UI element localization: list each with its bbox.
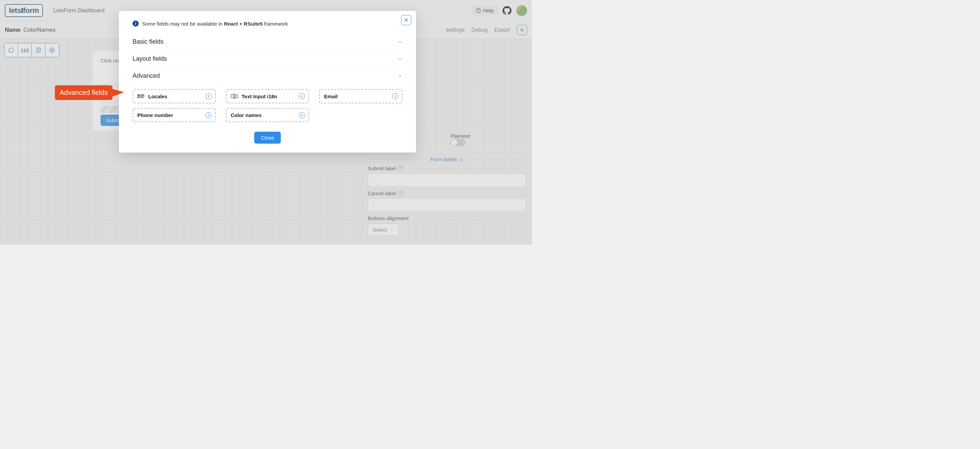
- svg-rect-8: [231, 94, 234, 97]
- text-input-icon: [231, 93, 238, 99]
- form-name-label: Name: [5, 27, 21, 33]
- section-layout-fields[interactable]: Layout fields: [132, 51, 402, 67]
- form-labels-section[interactable]: Form labels△: [368, 156, 526, 162]
- section-basic-fields[interactable]: Basic fields: [132, 34, 402, 51]
- section-advanced[interactable]: Advanced: [132, 67, 402, 84]
- play-button[interactable]: [45, 43, 59, 57]
- close-icon: [519, 27, 525, 33]
- modal-close-button[interactable]: [401, 15, 411, 25]
- buttons-alignment-select[interactable]: Select: [368, 224, 399, 236]
- tab-export[interactable]: Export: [495, 27, 510, 33]
- modal-close-action[interactable]: Close: [254, 132, 281, 144]
- svg-text:文: 文: [142, 95, 145, 98]
- form-button[interactable]: [32, 43, 45, 57]
- field-locales[interactable]: A文 Locales i: [132, 89, 216, 103]
- plaintext-toggle[interactable]: [450, 139, 466, 146]
- locales-icon: A文: [137, 93, 145, 99]
- left-toolbar: 123: [4, 43, 59, 58]
- info-icon[interactable]: i: [299, 93, 305, 99]
- submit-label-label: Submit label?: [368, 166, 526, 171]
- info-icon[interactable]: i: [392, 93, 398, 99]
- close-icon: [403, 17, 409, 23]
- field-text-input-i18n[interactable]: Text Input i18n i: [226, 89, 309, 103]
- form-name-value: ColorNames: [23, 27, 55, 33]
- svg-rect-9: [235, 94, 238, 97]
- info-icon: i: [132, 21, 139, 27]
- cancel-label-input[interactable]: [368, 198, 526, 212]
- chevron-down-icon: [390, 228, 394, 232]
- info-icon[interactable]: ?: [398, 191, 403, 196]
- field-phone-number[interactable]: Phone number i: [132, 108, 216, 122]
- numbers-button[interactable]: 123: [18, 43, 32, 57]
- dashboard-title: LetsForm Dashboard: [53, 8, 104, 14]
- chevron-down-icon: [398, 40, 402, 44]
- chevron-down-icon: [398, 57, 402, 61]
- submit-label-input[interactable]: [368, 173, 526, 187]
- plaintext-label: Plaintext: [450, 133, 526, 139]
- play-icon: [49, 47, 55, 53]
- advanced-field-grid: A文 Locales i Text Input i18n i Email i P…: [132, 89, 402, 122]
- buttons-alignment-label: Buttons alignment: [368, 215, 526, 221]
- github-icon[interactable]: [503, 6, 511, 15]
- add-field-modal: i Some fields may not be available in Re…: [119, 11, 416, 152]
- chevron-up-icon: [398, 74, 402, 78]
- field-email[interactable]: Email i: [319, 89, 402, 103]
- logo[interactable]: letsIform: [5, 4, 43, 17]
- callout-advanced-fields: Advanced fields: [55, 85, 124, 100]
- tab-settings[interactable]: settings: [446, 27, 465, 33]
- user-avatar[interactable]: [516, 5, 527, 16]
- info-icon[interactable]: i: [299, 112, 305, 118]
- svg-text:A: A: [138, 95, 140, 98]
- info-icon[interactable]: i: [205, 93, 212, 99]
- help-icon: [476, 8, 481, 13]
- info-icon[interactable]: i: [205, 112, 212, 118]
- info-icon[interactable]: ?: [398, 166, 403, 171]
- tab-debug[interactable]: Debug: [472, 27, 488, 33]
- help-button[interactable]: Help: [472, 5, 498, 15]
- document-icon: [35, 47, 41, 53]
- refresh-icon: [8, 47, 14, 53]
- close-panel-button[interactable]: [517, 25, 527, 35]
- refresh-button[interactable]: [5, 43, 18, 57]
- field-color-names[interactable]: Color names i: [226, 108, 309, 122]
- cancel-label-label: Cancel label?: [368, 190, 526, 196]
- collapse-icon: △: [460, 157, 463, 162]
- framework-notice: i Some fields may not be available in Re…: [132, 21, 402, 27]
- callout-arrow-icon: [112, 89, 124, 97]
